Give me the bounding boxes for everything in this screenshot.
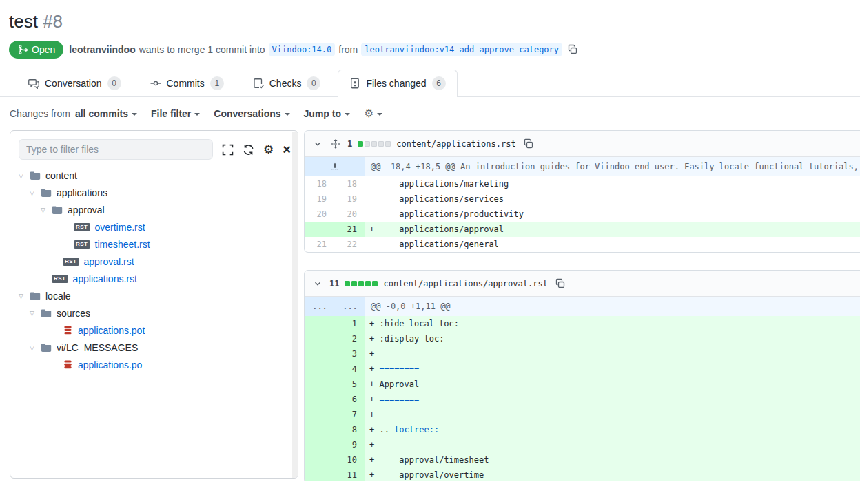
conversations-dropdown[interactable]: Conversations — [214, 108, 289, 119]
tree-folder-row[interactable]: ▽sources — [19, 304, 292, 322]
old-line-number[interactable] — [305, 331, 335, 346]
file-filter-input[interactable] — [19, 139, 213, 160]
tree-expand-caret-icon[interactable]: ▽ — [19, 293, 30, 300]
old-line-number[interactable] — [305, 407, 335, 422]
new-line-number[interactable]: 5 — [335, 377, 365, 392]
collapse-file-button[interactable] — [311, 277, 324, 290]
tree-folder-row[interactable]: ▽approval — [19, 201, 292, 218]
tree-expand-caret-icon[interactable]: ▽ — [19, 172, 30, 179]
tree-file-row[interactable]: RSTovertime.rst — [19, 218, 292, 235]
tab-commits[interactable]: Commits 1 — [139, 70, 236, 96]
tree-folder-row[interactable]: ▽vi/LC_MESSAGES — [19, 339, 292, 356]
tree-file-row[interactable]: RSTapproval.rst — [19, 253, 292, 270]
copy-path-button[interactable] — [522, 137, 535, 151]
new-line-number[interactable]: 1 — [335, 316, 365, 331]
tree-folder-row[interactable]: ▽content — [19, 167, 292, 184]
tree-file-row[interactable]: applications.pot — [19, 322, 292, 339]
old-line-number[interactable] — [305, 361, 335, 377]
old-line-number[interactable] — [305, 346, 335, 361]
tree-file-link[interactable]: timesheet.rst — [95, 239, 150, 250]
chevron-down-icon — [313, 139, 322, 149]
jump-to-dropdown[interactable]: Jump to — [304, 108, 350, 119]
drag-reorder-button[interactable] — [329, 138, 342, 150]
old-line-number[interactable]: 21 — [305, 237, 335, 252]
new-line-number[interactable]: 3 — [335, 346, 365, 361]
new-line-number[interactable]: 7 — [335, 407, 365, 422]
new-line-number[interactable]: 6 — [335, 392, 365, 407]
diff-sign: + — [369, 364, 379, 374]
old-line-number[interactable] — [305, 468, 335, 481]
copy-path-button[interactable] — [553, 277, 567, 291]
close-tree-button[interactable]: × — [283, 145, 291, 154]
diff-code: applications/services — [365, 191, 860, 207]
new-line-number[interactable]: 2 — [335, 331, 365, 346]
tree-file-row[interactable]: RSTapplications.rst — [19, 270, 292, 287]
old-line-number[interactable]: 20 — [305, 207, 335, 222]
jump-to-label: Jump to — [304, 108, 341, 119]
old-line-number[interactable] — [305, 422, 335, 437]
expand-hunk-button[interactable] — [305, 157, 365, 176]
tree-folder-name[interactable]: approval — [68, 204, 105, 216]
tree-expand-caret-icon[interactable]: ▽ — [30, 189, 41, 196]
new-line-number[interactable]: 11 — [335, 468, 365, 481]
changes-from-value: all commits — [75, 108, 128, 119]
new-line-number[interactable]: 20 — [335, 207, 365, 222]
old-line-number[interactable] — [305, 377, 335, 392]
old-line-number[interactable] — [305, 222, 335, 237]
new-line-number[interactable]: 10 — [335, 452, 365, 468]
tree-expand-caret-icon[interactable]: ▽ — [41, 207, 52, 213]
collapse-file-button[interactable] — [311, 138, 324, 150]
diff-code: + Approval — [365, 377, 860, 392]
new-line-number[interactable]: 4 — [335, 361, 365, 377]
tree-file-row[interactable]: applications.po — [19, 356, 292, 373]
chevron-down-icon — [194, 113, 200, 116]
tree-folder-name[interactable]: applications — [57, 187, 108, 198]
tree-folder-name[interactable]: content — [45, 170, 77, 181]
tree-folder-row[interactable]: ▽applications — [19, 184, 292, 201]
changed-lines-count: 1 — [347, 139, 352, 149]
chevron-down-icon — [377, 113, 382, 116]
new-line-number[interactable]: 9 — [335, 437, 365, 452]
tree-file-link[interactable]: applications.po — [78, 359, 142, 370]
old-line-number[interactable]: 18 — [305, 176, 335, 191]
tree-file-link[interactable]: applications.rst — [73, 273, 137, 284]
tab-files-changed[interactable]: Files changed 6 — [338, 70, 457, 97]
tree-folder-name[interactable]: locale — [45, 291, 71, 302]
tree-file-link[interactable]: applications.pot — [78, 325, 145, 336]
old-line-number[interactable]: 19 — [305, 191, 335, 207]
diff-settings-dropdown[interactable]: ⚙ — [364, 108, 382, 119]
diff-sign — [369, 209, 379, 219]
new-line-number[interactable]: 22 — [335, 237, 365, 252]
tree-folder-row[interactable]: ▽locale — [19, 287, 292, 304]
diff-code: + approval/overtime — [365, 468, 860, 481]
new-line-number[interactable]: 18 — [335, 176, 365, 191]
tree-file-row[interactable]: RSTtimesheet.rst — [19, 235, 292, 253]
new-line-number[interactable]: 19 — [335, 191, 365, 207]
old-line-number[interactable] — [305, 452, 335, 468]
tab-checks[interactable]: Checks 0 — [241, 70, 333, 96]
sidebar-scrollbar[interactable] — [292, 132, 298, 479]
tree-folder-name[interactable]: sources — [57, 308, 90, 319]
file-path[interactable]: content/applications/approval.rst — [383, 279, 547, 288]
refresh-button[interactable] — [243, 144, 254, 156]
tab-counter: 0 — [108, 76, 121, 90]
tree-expand-caret-icon[interactable]: ▽ — [30, 344, 41, 351]
file-filter-dropdown[interactable]: File filter — [151, 108, 200, 119]
old-line-number[interactable] — [305, 316, 335, 331]
tree-folder-name[interactable]: vi/LC_MESSAGES — [57, 342, 138, 353]
tree-settings-button[interactable]: ⚙ — [263, 144, 274, 156]
old-line-number[interactable] — [305, 392, 335, 407]
tree-file-link[interactable]: overtime.rst — [95, 222, 145, 233]
po-file-icon — [63, 325, 73, 335]
tree-expand-caret-icon[interactable]: ▽ — [30, 310, 41, 317]
copy-branch-button[interactable] — [566, 43, 580, 56]
tab-conversation[interactable]: Conversation 0 — [17, 70, 133, 96]
new-line-number[interactable]: 21 — [335, 222, 365, 237]
new-line-number[interactable]: 8 — [335, 422, 365, 437]
copy-icon — [555, 278, 566, 289]
old-line-number[interactable] — [305, 437, 335, 452]
tree-file-link[interactable]: approval.rst — [84, 256, 134, 267]
fullscreen-button[interactable] — [222, 144, 234, 156]
changes-from-dropdown[interactable]: Changes from all commits — [10, 108, 137, 119]
file-path[interactable]: content/applications.rst — [396, 139, 515, 149]
